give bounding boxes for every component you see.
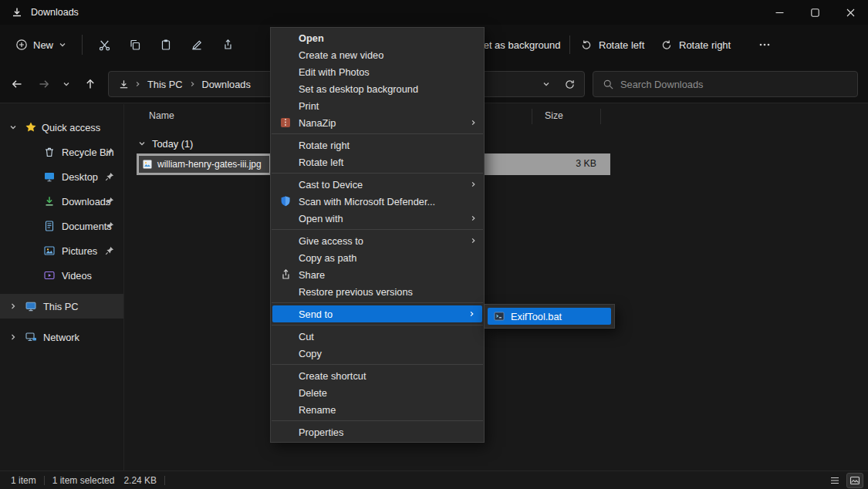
menu-item-delete[interactable]: Delete [271, 384, 484, 401]
menu-label: Properties [299, 427, 343, 438]
batch-file-icon [494, 311, 505, 322]
new-button[interactable]: New [6, 33, 76, 56]
menu-item-edit-with-photos[interactable]: Edit with Photos [271, 63, 484, 80]
menu-item-open[interactable]: Open [271, 29, 484, 46]
file-size-label: 3 KB [576, 158, 596, 169]
sidebar-quick-access[interactable]: Quick access [0, 115, 123, 140]
menu-item-send-to[interactable]: Send to [272, 305, 482, 322]
menu-item-create-shortcut[interactable]: Create shortcut [271, 367, 484, 384]
rename-icon [191, 39, 203, 51]
refresh-icon [564, 79, 576, 90]
cut-button[interactable] [89, 31, 120, 59]
menu-label: NanaZip [299, 117, 336, 129]
menu-item-restore-previous-versions[interactable]: Restore previous versions [271, 283, 484, 300]
menu-item-copy-as-path[interactable]: Copy as path [271, 249, 484, 266]
menu-label: Rotate right [299, 140, 350, 151]
copy-button[interactable] [120, 31, 150, 59]
sidebar-item-label: Downloads [62, 196, 110, 207]
breadcrumb-this-pc[interactable]: This PC [141, 79, 189, 90]
menu-label: Copy [299, 348, 322, 359]
menu-item-give-access-to[interactable]: Give access to [271, 232, 484, 249]
sidebar-item-documents[interactable]: Documents [0, 214, 123, 238]
chevron-down-icon [59, 41, 66, 49]
menu-label: Give access to [299, 235, 363, 247]
search-box[interactable] [593, 71, 858, 97]
column-divider[interactable] [600, 109, 601, 124]
rotate-left-button[interactable]: Rotate left [580, 32, 644, 57]
chevron-down-icon [9, 123, 17, 131]
menu-item-rotate-right[interactable]: Rotate right [271, 137, 484, 153]
new-plus-icon [15, 39, 28, 51]
menu-item-nanazip[interactable]: NanaZip [271, 114, 484, 131]
menu-item-cut[interactable]: Cut [271, 328, 484, 345]
sidebar-item-this-pc[interactable]: This PC [0, 294, 123, 319]
sidebar-item-videos[interactable]: Videos [0, 263, 123, 288]
menu-item-share[interactable]: Share [271, 266, 484, 283]
item-count-label: 1 item [11, 475, 36, 486]
menu-separator [272, 229, 483, 230]
sidebar-item-label: Videos [62, 270, 92, 282]
menu-item-rename[interactable]: Rename [271, 401, 484, 418]
menu-item-properties[interactable]: Properties [271, 423, 484, 440]
forward-button[interactable] [32, 72, 56, 96]
close-button[interactable] [833, 0, 868, 25]
more-icon [758, 39, 772, 51]
submenu-item-exiftool[interactable]: ExifTool.bat [488, 308, 611, 325]
menu-separator [272, 325, 483, 325]
menu-separator [272, 302, 483, 303]
minimize-button[interactable] [762, 0, 797, 25]
search-input[interactable] [620, 79, 829, 90]
back-button[interactable] [5, 72, 29, 96]
rotate-right-button[interactable]: Rotate right [660, 32, 731, 57]
menu-label: Cast to Device [299, 179, 363, 191]
breadcrumb-chevron-icon [189, 80, 196, 88]
back-icon [11, 78, 23, 90]
menu-item-rotate-left[interactable]: Rotate left [271, 153, 484, 170]
column-header-name[interactable]: Name [149, 110, 174, 121]
column-header-size[interactable]: Size [545, 110, 563, 121]
thumbnails-view-button[interactable] [846, 473, 863, 488]
sidebar-item-recycle-bin[interactable]: Recycle Bin [0, 140, 123, 164]
menu-label: Copy as path [299, 252, 356, 264]
sidebar-item-pictures[interactable]: Pictures [0, 238, 123, 263]
breadcrumb-downloads[interactable]: Downloads [196, 79, 257, 90]
menu-item-copy[interactable]: Copy [271, 345, 484, 362]
menu-label: Edit with Photos [299, 66, 370, 78]
sidebar-item-desktop[interactable]: Desktop [0, 164, 123, 189]
image-file-icon [142, 159, 153, 170]
chevron-down-icon [138, 140, 146, 147]
menu-item-scan-with-defender[interactable]: Scan with Microsoft Defender... [271, 193, 484, 210]
menu-item-open-with[interactable]: Open with [271, 210, 484, 227]
paste-button[interactable] [150, 31, 181, 59]
menu-item-print[interactable]: Print [271, 97, 484, 114]
download-icon [11, 6, 23, 19]
address-dropdown-button[interactable] [535, 73, 558, 96]
share-button[interactable] [212, 31, 243, 59]
group-header-today[interactable]: Today (1) [124, 135, 193, 152]
more-options-button[interactable] [758, 32, 772, 57]
refresh-button[interactable] [558, 73, 581, 96]
file-name-cell[interactable]: william-henry-gates-iii.jpg [138, 155, 270, 174]
recent-locations-button[interactable] [57, 72, 76, 96]
rename-button[interactable] [181, 31, 212, 59]
maximize-button[interactable] [797, 0, 833, 25]
up-button[interactable] [78, 72, 103, 96]
file-list-pane: Name Size Today (1) william-henry-gates-… [123, 104, 868, 470]
menu-item-create-a-new-video[interactable]: Create a new video [271, 46, 484, 63]
sidebar-item-downloads[interactable]: Downloads [0, 189, 123, 214]
rotate-left-label: Rotate left [599, 39, 644, 51]
menu-item-cast-to-device[interactable]: Cast to Device [271, 176, 484, 193]
file-name-label: william-henry-gates-iii.jpg [157, 159, 262, 170]
details-view-button[interactable] [826, 473, 843, 488]
star-icon [25, 121, 37, 133]
submenu-arrow-icon [470, 214, 477, 222]
nanazip-icon [279, 116, 292, 129]
column-divider[interactable] [532, 109, 532, 124]
recent-chevron-icon [62, 80, 70, 88]
network-icon [25, 331, 37, 343]
sidebar-item-network[interactable]: Network [0, 325, 123, 349]
menu-item-set-as-desktop-background[interactable]: Set as desktop background [271, 80, 484, 97]
view-toggle-group [826, 473, 863, 488]
copy-icon [129, 39, 141, 51]
rotate-left-icon [580, 39, 593, 51]
